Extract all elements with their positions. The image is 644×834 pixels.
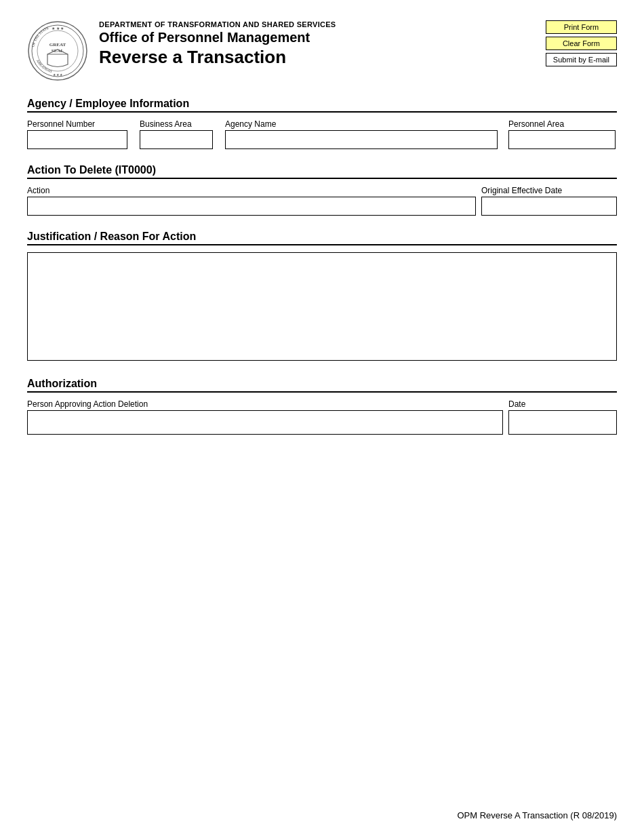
effective-date-input[interactable] (481, 197, 617, 216)
print-form-button[interactable]: Print Form (546, 20, 617, 34)
action-field: Action (27, 186, 476, 216)
agency-name-field: Agency Name (225, 119, 498, 149)
agency-section: Agency / Employee Information Personnel … (27, 98, 617, 149)
department-name: DEPARTMENT OF TRANSFORMATION AND SHARED … (99, 20, 535, 28)
effective-date-label: Original Effective Date (481, 186, 617, 195)
office-name: Office of Personnel Management (99, 30, 535, 45)
justification-section-title: Justification / Reason For Action (27, 231, 617, 245)
authorization-section-title: Authorization (27, 378, 617, 393)
business-area-input[interactable] (140, 130, 213, 149)
header-buttons: Print Form Clear Form Submit by E-mail (546, 20, 617, 66)
personnel-number-field: Personnel Number (27, 119, 129, 149)
agency-section-title: Agency / Employee Information (27, 98, 617, 113)
header-text-block: DEPARTMENT OF TRANSFORMATION AND SHARED … (99, 20, 535, 68)
submit-email-button[interactable]: Submit by E-mail (546, 53, 617, 66)
person-approving-input[interactable] (27, 410, 503, 435)
authorization-section: Authorization Person Approving Action De… (27, 378, 617, 435)
clear-form-button[interactable]: Clear Form (546, 37, 617, 50)
action-input[interactable] (27, 197, 476, 216)
business-area-label: Business Area (140, 119, 214, 129)
effective-date-field: Original Effective Date (481, 186, 617, 216)
person-approving-field: Person Approving Action Deletion (27, 399, 503, 435)
action-section-title: Action To Delete (IT0000) (27, 164, 617, 179)
personnel-area-field: Personnel Area (508, 119, 617, 149)
personnel-number-label: Personnel Number (27, 119, 129, 129)
footer-text: OPM Reverse A Transaction (R 08/2019) (457, 810, 617, 820)
auth-date-field: Date (508, 399, 617, 435)
agency-name-input[interactable] (225, 130, 498, 149)
action-label: Action (27, 186, 476, 195)
auth-date-label: Date (508, 399, 617, 409)
svg-text:OF THE STATE: OF THE STATE (31, 25, 49, 47)
action-fields-row: Action Original Effective Date (27, 186, 617, 216)
authorization-fields-row: Person Approving Action Deletion Date (27, 399, 617, 435)
personnel-number-input[interactable] (27, 130, 127, 149)
svg-text:★ ★ ★: ★ ★ ★ (52, 26, 64, 31)
svg-text:ARKANSAS: ARKANSAS (36, 58, 53, 73)
svg-text:SEAL: SEAL (52, 48, 64, 54)
business-area-field: Business Area (140, 119, 214, 149)
auth-date-input[interactable] (508, 410, 617, 435)
agency-fields-row: Personnel Number Business Area Agency Na… (27, 119, 617, 149)
svg-text:★ ★ ★: ★ ★ ★ (53, 73, 64, 77)
agency-name-label: Agency Name (225, 119, 498, 129)
personnel-area-label: Personnel Area (508, 119, 617, 129)
state-seal-logo: ★ ★ ★ OF THE STATE GREAT SEAL ARKANSAS ★… (27, 20, 88, 81)
header: ★ ★ ★ OF THE STATE GREAT SEAL ARKANSAS ★… (27, 20, 617, 81)
svg-text:GREAT: GREAT (49, 42, 66, 47)
action-section: Action To Delete (IT0000) Action Origina… (27, 164, 617, 216)
personnel-area-input[interactable] (508, 130, 616, 149)
form-title: Reverse a Transaction (99, 47, 535, 68)
justification-section: Justification / Reason For Action (27, 231, 617, 363)
footer: OPM Reverse A Transaction (R 08/2019) (457, 810, 617, 820)
justification-textarea[interactable] (27, 252, 617, 361)
person-approving-label: Person Approving Action Deletion (27, 399, 503, 409)
